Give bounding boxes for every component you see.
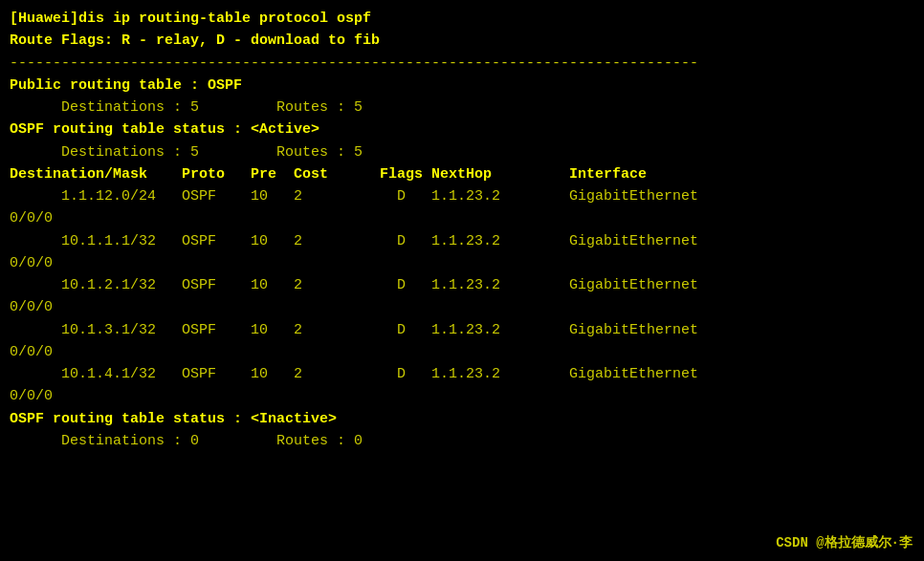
terminal-line-row4b: 0/0/0 (10, 341, 914, 363)
terminal-line-ospf-inactive: OSPF routing table status : <Inactive> (10, 408, 914, 430)
terminal-line-col-header: Destination/Mask Proto Pre Cost Flags Ne… (10, 163, 914, 185)
terminal-output: [Huawei]dis ip routing-table protocol os… (10, 8, 914, 452)
terminal-line-destinations2: Destinations : 5 Routes : 5 (10, 141, 914, 163)
terminal-line-row5a: 10.1.4.1/32 OSPF 10 2 D 1.1.23.2 Gigabit… (10, 363, 914, 385)
terminal-line-row4a: 10.1.3.1/32 OSPF 10 2 D 1.1.23.2 Gigabit… (10, 319, 914, 341)
terminal-line-row3b: 0/0/0 (10, 296, 914, 318)
terminal-line-pub-table: Public routing table : OSPF (10, 75, 914, 97)
terminal-line-row2a: 10.1.1.1/32 OSPF 10 2 D 1.1.23.2 Gigabit… (10, 230, 914, 252)
terminal-line-row1b: 0/0/0 (10, 207, 914, 229)
terminal-line-destinations1: Destinations : 5 Routes : 5 (10, 97, 914, 119)
terminal-line-row3a: 10.1.2.1/32 OSPF 10 2 D 1.1.23.2 Gigabit… (10, 274, 914, 296)
terminal-window: [Huawei]dis ip routing-table protocol os… (0, 0, 924, 561)
terminal-line-flags-legend: Route Flags: R - relay, D - download to … (10, 30, 914, 52)
terminal-line-divider: ----------------------------------------… (10, 53, 914, 75)
terminal-line-cmd: [Huawei]dis ip routing-table protocol os… (10, 8, 914, 30)
terminal-line-ospf-active: OSPF routing table status : <Active> (10, 119, 914, 140)
terminal-line-row1a: 1.1.12.0/24 OSPF 10 2 D 1.1.23.2 Gigabit… (10, 185, 914, 207)
terminal-line-row5b: 0/0/0 (10, 385, 914, 407)
terminal-line-row2b: 0/0/0 (10, 252, 914, 274)
terminal-line-destinations3: Destinations : 0 Routes : 0 (10, 430, 914, 452)
watermark: CSDN @格拉德威尔·李 (776, 534, 913, 551)
